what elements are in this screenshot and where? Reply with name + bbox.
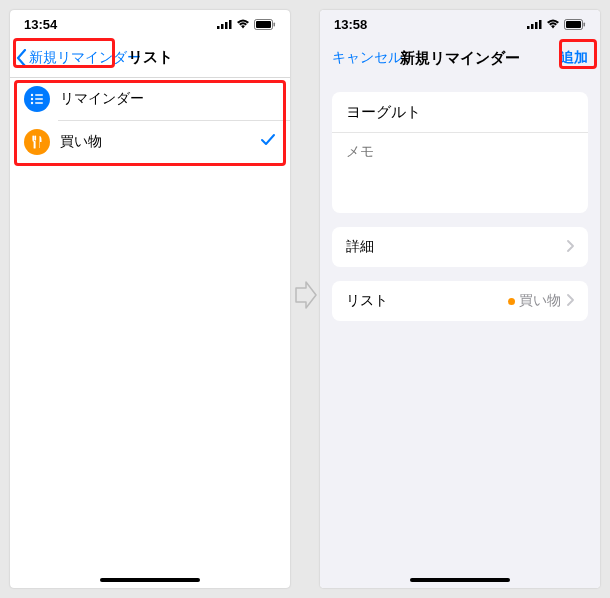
- list-row-label: リマインダー: [60, 90, 276, 108]
- memo-field-row[interactable]: [332, 132, 588, 213]
- list-value-text: 買い物: [519, 292, 561, 310]
- svg-rect-3: [229, 20, 232, 29]
- battery-icon: [254, 19, 276, 30]
- battery-icon: [564, 19, 586, 30]
- svg-point-11: [31, 102, 33, 104]
- checkmark-icon: [260, 133, 276, 151]
- home-indicator[interactable]: [410, 578, 510, 582]
- back-button[interactable]: 新規リマインダー: [16, 49, 141, 67]
- list-row-reminders[interactable]: リマインダー: [10, 78, 290, 120]
- svg-point-7: [31, 94, 33, 96]
- phone-right-screen: 13:58 キャンセル 新規リマインダー 追加: [320, 10, 600, 588]
- chevron-left-icon: [16, 49, 27, 67]
- svg-rect-2: [225, 22, 228, 29]
- svg-rect-13: [527, 26, 530, 29]
- cancel-button[interactable]: キャンセル: [326, 49, 408, 67]
- add-button[interactable]: 追加: [554, 49, 594, 67]
- status-time: 13:54: [24, 17, 57, 32]
- chevron-right-icon: [567, 239, 574, 255]
- svg-rect-1: [221, 24, 224, 29]
- nav-bar: 新規リマインダー リスト: [10, 38, 290, 78]
- svg-rect-5: [256, 21, 271, 28]
- svg-rect-16: [539, 20, 542, 29]
- reminder-memo-input[interactable]: [346, 143, 574, 203]
- list-card: リスト 買い物: [332, 281, 588, 321]
- list-bullet-icon: [24, 86, 50, 112]
- cellular-signal-icon: [217, 19, 232, 29]
- utensils-icon: [24, 129, 50, 155]
- list-selection: リマインダー 買い物: [10, 78, 290, 163]
- svg-rect-12: [35, 102, 43, 104]
- list-row-shopping[interactable]: 買い物: [10, 121, 290, 163]
- form-content: 詳細 リスト 買い物: [320, 78, 600, 588]
- wifi-icon: [236, 19, 250, 29]
- svg-rect-14: [531, 24, 534, 29]
- status-indicators: [527, 19, 586, 30]
- orange-dot-icon: [508, 298, 515, 305]
- status-bar: 13:54: [10, 10, 290, 38]
- wifi-icon: [546, 19, 560, 29]
- status-indicators: [217, 19, 276, 30]
- arrow-right-icon: [294, 280, 318, 310]
- list-selector-row[interactable]: リスト 買い物: [332, 281, 588, 321]
- title-memo-card: [332, 92, 588, 213]
- cellular-signal-icon: [527, 19, 542, 29]
- title-field-row[interactable]: [332, 92, 588, 132]
- svg-rect-18: [566, 21, 581, 28]
- reminder-title-input[interactable]: [346, 104, 574, 121]
- details-card: 詳細: [332, 227, 588, 267]
- back-label: 新規リマインダー: [29, 49, 141, 67]
- list-label: リスト: [346, 292, 508, 310]
- details-row[interactable]: 詳細: [332, 227, 588, 267]
- status-bar: 13:58: [320, 10, 600, 38]
- home-indicator[interactable]: [100, 578, 200, 582]
- nav-bar: キャンセル 新規リマインダー 追加: [320, 38, 600, 78]
- svg-rect-19: [584, 22, 586, 26]
- svg-rect-15: [535, 22, 538, 29]
- svg-rect-6: [274, 22, 276, 26]
- svg-rect-8: [35, 94, 43, 96]
- chevron-right-icon: [567, 293, 574, 309]
- svg-point-9: [31, 98, 33, 100]
- phone-left-screen: 13:54 新規リマインダー リスト リマインダー: [10, 10, 290, 588]
- list-row-label: 買い物: [60, 133, 260, 151]
- svg-rect-0: [217, 26, 220, 29]
- details-label: 詳細: [346, 238, 561, 256]
- list-value: 買い物: [508, 292, 561, 310]
- svg-rect-10: [35, 98, 43, 100]
- status-time: 13:58: [334, 17, 367, 32]
